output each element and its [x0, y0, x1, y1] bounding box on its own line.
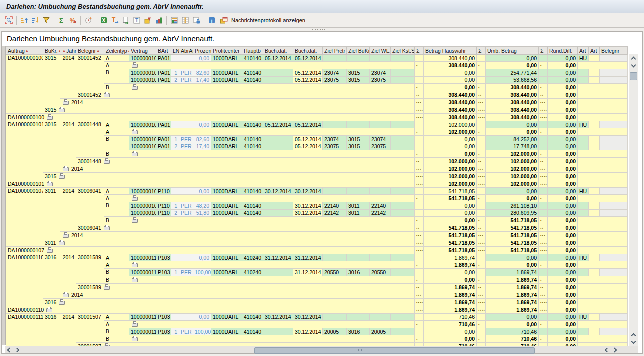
cell-sum2[interactable]: ▪ [477, 84, 486, 91]
cell-jahr[interactable]: 2014 [60, 188, 76, 232]
cell-sum3[interactable]: ▪ [539, 150, 548, 158]
cell-sum2[interactable]: ▪▪▪▪▪ [477, 306, 486, 313]
cell-umb-betrag[interactable]: 84.252,00 [486, 136, 539, 143]
cell-rund-diff[interactable]: 0,00 [548, 84, 578, 91]
cell-sum2[interactable]: ▪ [477, 217, 486, 224]
cell-vertrag[interactable]: 1000000107 [129, 202, 156, 209]
cell-ziel-kst[interactable] [391, 209, 415, 216]
cell-betrag[interactable]: 1.869,74 [424, 261, 477, 269]
cell-ziel-bukr[interactable]: 3016 [347, 328, 370, 335]
cell-tail[interactable] [578, 276, 628, 283]
cell-sum1[interactable]: ▪ [415, 217, 424, 224]
cell-betrag[interactable]: 102.000,00 [424, 158, 477, 165]
cell-ziel-kst[interactable] [391, 55, 415, 62]
save-layout-button[interactable] [191, 15, 202, 26]
cell-sum3[interactable] [539, 55, 548, 62]
cell-tail[interactable] [578, 158, 628, 165]
scroll-right-button[interactable] [13, 346, 22, 354]
cell-belegnr2[interactable] [600, 328, 628, 335]
cell-bart[interactable]: PA01 [156, 136, 171, 143]
change-layout-button[interactable] [180, 15, 191, 26]
cell-sum2[interactable]: ▪▪▪ [477, 291, 486, 298]
cell-jahr-sum[interactable]: 2014 [60, 165, 415, 173]
cell-ziel-bukr[interactable]: 3015 [347, 136, 370, 143]
cell-rund-diff[interactable]: 0,00 [548, 335, 578, 343]
cell-art1[interactable]: HU [578, 121, 589, 128]
cell-sum1[interactable]: ▪▪▪ [415, 99, 424, 106]
cell-belegnr[interactable]: 30001507 [76, 313, 104, 343]
cell-sum3[interactable]: ▪▪▪▪ [539, 173, 548, 180]
cell-prozent[interactable]: 100,00 [193, 269, 211, 276]
cell-betrag[interactable]: 0,00 [424, 209, 477, 216]
cell-umb-betrag[interactable]: 1.869,74 [486, 306, 539, 313]
column-header-belegnr[interactable]: Belegnr▲ [76, 47, 104, 55]
cell-lnr[interactable]: 2 [171, 143, 179, 150]
cell-rund-diff[interactable]: 0,00 [548, 158, 578, 165]
cell-buchdat1[interactable]: 31.12.2014 [263, 254, 293, 261]
cell-ziel-prctr[interactable] [323, 121, 347, 128]
cell-tail[interactable] [578, 298, 628, 306]
cell-bukr[interactable]: 3016 [43, 313, 60, 346]
message-log-button[interactable]: Nachrichtenprotokoll anzeigen [218, 15, 305, 26]
choose-detail-button[interactable] [3, 15, 14, 26]
cell-tail[interactable] [578, 291, 628, 298]
cell-art1[interactable] [578, 209, 589, 216]
cell-hauptb[interactable]: 410140 [242, 328, 263, 335]
cell-ziel-kst[interactable] [391, 328, 415, 335]
cell-sum2[interactable] [477, 76, 486, 83]
cell-ziel-we[interactable] [370, 313, 391, 320]
cell-buchdat2[interactable]: 30.12.2014 [293, 328, 323, 335]
column-header-sum3[interactable]: Σ [539, 47, 548, 55]
cell-betrag[interactable]: 0,00 [424, 269, 477, 276]
cell-hauptb[interactable]: 410140 [242, 136, 263, 143]
scroll-left-button-right[interactable] [602, 346, 611, 354]
cell-bart[interactable]: PA01 [156, 121, 171, 128]
cell-ziel-we[interactable] [370, 55, 391, 62]
cell-sum3[interactable]: ▪▪ [539, 224, 548, 232]
cell-sum2[interactable] [477, 143, 486, 150]
cell-belegnr2[interactable] [600, 143, 628, 150]
cell-auftrag[interactable]: DA1000000110 [6, 254, 43, 306]
cell-sum1[interactable] [415, 143, 424, 150]
cell-rund-diff[interactable]: 0,00 [548, 136, 578, 143]
info-button[interactable]: i [206, 15, 217, 26]
set-filter-button[interactable] [41, 15, 52, 26]
column-header-ziel_we[interactable]: Ziel WE [370, 47, 391, 55]
cell-rund-diff[interactable]: 0,00 [548, 239, 578, 247]
cell-zeilentyp[interactable]: A [104, 55, 129, 62]
cell-ziel-we[interactable]: 23075 [370, 143, 391, 150]
cell-bart[interactable]: P110 [156, 188, 171, 195]
cell-belegnr2[interactable] [600, 55, 628, 62]
cell-profitcenter[interactable]: 1000DARL [211, 328, 242, 335]
cell-buchdat1[interactable] [263, 143, 293, 150]
cell-sum3[interactable]: ▪ [539, 84, 548, 91]
cell-rund-diff[interactable]: 0,00 [548, 106, 578, 114]
cell-tail[interactable] [578, 150, 628, 158]
cell-sum2[interactable]: ▪ [477, 195, 486, 202]
cell-jahr[interactable]: 2014 [60, 254, 76, 291]
cell-prozent[interactable]: 48,20 [193, 202, 211, 209]
cell-auftrag[interactable]: DA1000000101 [6, 121, 43, 180]
cell-hauptb[interactable]: 410140 [242, 188, 263, 195]
cell-ziel-prctr[interactable]: 20005 [323, 328, 347, 335]
cell-prozent[interactable]: 0,00 [193, 254, 211, 261]
cell-umb-betrag[interactable]: 541.718,05 [486, 217, 539, 224]
cell-rund-diff[interactable]: 0,00 [548, 202, 578, 209]
cell-jahr[interactable]: 2014 [60, 121, 76, 165]
cell-art2[interactable] [589, 209, 600, 216]
cell-betrag[interactable]: 541.718,05 [424, 232, 477, 239]
cell-art2[interactable] [589, 202, 600, 209]
column-header-lnr[interactable]: LNr [171, 47, 179, 55]
cell-betrag[interactable]: 1.869,74 [424, 254, 477, 261]
cell-zeilentyp[interactable]: A [104, 254, 129, 261]
cell-spacer[interactable] [129, 217, 415, 224]
cell-art2[interactable] [589, 55, 600, 62]
column-header-sum1[interactable]: Σ [415, 47, 424, 55]
cell-auftrag[interactable]: DA1000000100 [6, 55, 43, 114]
cell-rund-diff[interactable]: 0,00 [548, 62, 578, 69]
cell-sum2[interactable]: ▪▪▪ [477, 232, 486, 239]
cell-profitcenter[interactable]: 1000DARL [211, 55, 242, 62]
cell-tail[interactable] [578, 239, 628, 247]
cell-lnr[interactable]: 2 [171, 209, 179, 216]
cell-lnr[interactable] [171, 188, 179, 195]
